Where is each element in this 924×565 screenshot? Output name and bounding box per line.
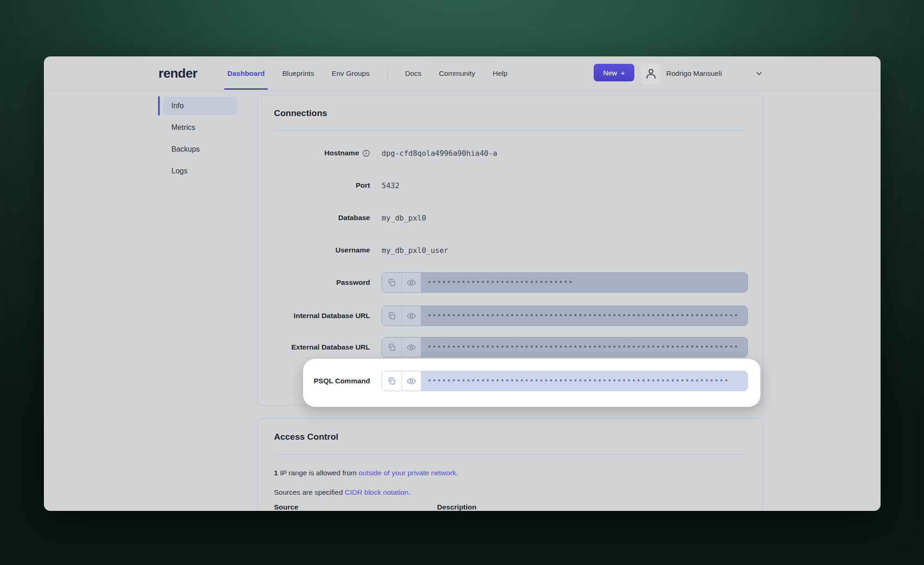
sources-text: Sources are specified CIDR block notatio… xyxy=(274,488,411,497)
app-window: render Dashboard Blueprints Env Groups D… xyxy=(44,56,881,511)
connections-divider xyxy=(274,130,747,131)
eye-icon[interactable] xyxy=(401,273,421,292)
psql-command-field: ••••••••••••••••••••••••••••••••••••••••… xyxy=(382,371,748,391)
nav-item-blueprints[interactable]: Blueprints xyxy=(282,56,314,91)
internal-url-label: Internal Database URL xyxy=(294,312,370,320)
username-row: Username my_db_pxl0_user xyxy=(258,240,763,260)
username-value: my_db_pxl0_user xyxy=(382,246,449,255)
sidebar-item-label: Metrics xyxy=(171,123,195,132)
eye-icon[interactable] xyxy=(401,306,421,325)
psql-command-row: PSQL Command •••••••••••••••••••••••••••… xyxy=(258,371,763,391)
database-row: Database my_db_pxl0 xyxy=(258,208,763,228)
database-label: Database xyxy=(338,214,370,222)
sidebar-active-indicator xyxy=(158,96,160,116)
new-button[interactable]: New+ xyxy=(594,64,634,81)
render-logo[interactable]: render xyxy=(158,56,197,91)
ip-count: 1 xyxy=(274,469,278,477)
sidebar-item-label: Logs xyxy=(171,167,188,175)
nav-item-docs[interactable]: Docs xyxy=(405,56,421,91)
hostname-label-cell: Hostname xyxy=(258,149,370,157)
user-icon xyxy=(644,67,657,80)
sidebar-item-metrics[interactable]: Metrics xyxy=(163,118,237,137)
psql-command-label: PSQL Command xyxy=(314,377,370,385)
database-value: my_db_pxl0 xyxy=(382,214,426,222)
info-icon[interactable] xyxy=(362,149,370,157)
nav-item-dashboard[interactable]: Dashboard xyxy=(227,56,265,91)
external-url-label: External Database URL xyxy=(291,343,370,351)
password-label: Password xyxy=(336,278,370,287)
password-masked-value[interactable]: •••••••••••••••••••••••••••••• xyxy=(421,273,748,292)
avatar[interactable] xyxy=(641,63,661,84)
plus-icon: + xyxy=(621,69,625,77)
port-value: 5432 xyxy=(382,181,400,190)
password-row: Password •••••••••••••••••••••••••••••• xyxy=(258,272,763,293)
hostname-value: dpg-cfd8qola4996a90hia40-a xyxy=(382,149,497,158)
sidebar-item-info[interactable]: Info xyxy=(163,97,237,115)
cidr-notation-link[interactable]: CIDR block notation xyxy=(345,488,408,496)
eye-icon[interactable] xyxy=(401,371,421,391)
copy-icon[interactable] xyxy=(382,306,401,325)
copy-icon[interactable] xyxy=(382,371,401,391)
access-control-card: Access Control 1 IP range is allowed fro… xyxy=(257,418,763,511)
connections-title: Connections xyxy=(274,108,327,118)
nav-menu: Dashboard Blueprints Env Groups Docs Com… xyxy=(227,56,507,91)
port-row: Port 5432 xyxy=(258,175,763,196)
sidebar-item-label: Backups xyxy=(171,145,200,154)
eye-icon[interactable] xyxy=(401,338,421,357)
access-control-divider xyxy=(274,454,747,454)
external-url-field: ••••••••••••••••••••••••••••••••••••••••… xyxy=(382,337,748,357)
sidebar-item-backups[interactable]: Backups xyxy=(163,140,237,159)
external-url-masked-value[interactable]: ••••••••••••••••••••••••••••••••••••••••… xyxy=(421,338,748,357)
top-nav: render Dashboard Blueprints Env Groups D… xyxy=(44,56,881,91)
sidebar-item-label: Info xyxy=(171,102,184,110)
internal-url-masked-value[interactable]: ••••••••••••••••••••••••••••••••••••••••… xyxy=(421,306,748,325)
hostname-row: Hostname dpg-cfd8qola4996a90hia40-a xyxy=(258,143,763,163)
user-name[interactable]: Rodrigo Mansueli xyxy=(666,56,722,91)
nav-item-env-groups[interactable]: Env Groups xyxy=(332,56,370,91)
nav-item-help[interactable]: Help xyxy=(492,56,507,91)
sidebar-item-logs[interactable]: Logs xyxy=(163,162,237,180)
private-network-link[interactable]: outside of your private network xyxy=(359,469,456,477)
nav-divider xyxy=(44,91,881,91)
port-label: Port xyxy=(356,181,370,190)
username-label: Username xyxy=(335,246,370,254)
external-url-row: External Database URL ••••••••••••••••••… xyxy=(258,337,763,357)
password-field: •••••••••••••••••••••••••••••• xyxy=(382,272,748,293)
new-button-label: New xyxy=(603,69,617,77)
internal-url-field: ••••••••••••••••••••••••••••••••••••••••… xyxy=(382,306,748,326)
hostname-label: Hostname xyxy=(324,149,359,157)
access-control-title: Access Control xyxy=(274,432,338,442)
nav-separator xyxy=(387,67,388,80)
source-column-header: Source xyxy=(274,503,298,511)
copy-icon[interactable] xyxy=(382,273,401,292)
chevron-down-icon[interactable] xyxy=(754,69,764,78)
ip-range-text: 1 IP range is allowed from outside of yo… xyxy=(274,469,458,477)
psql-command-masked-value[interactable]: ••••••••••••••••••••••••••••••••••••••••… xyxy=(421,371,748,391)
description-column-header: Description xyxy=(437,503,476,511)
copy-icon[interactable] xyxy=(382,338,401,357)
internal-url-row: Internal Database URL ••••••••••••••••••… xyxy=(258,306,763,326)
nav-item-community[interactable]: Community xyxy=(439,56,475,91)
